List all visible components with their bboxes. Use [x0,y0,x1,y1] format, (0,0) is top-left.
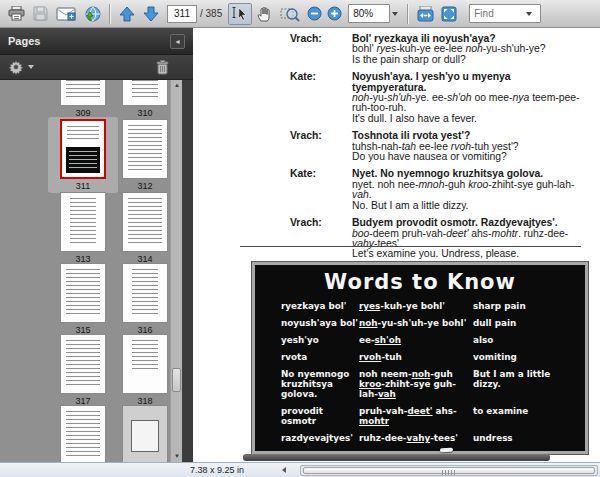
vocab-row: provodit osmotr pruh-vah-deet' ahs-mohtr… [281,406,577,426]
vocab-english: undress [473,433,577,443]
vocab-russian: razdyevajtyes' [281,433,359,443]
fit-page-button[interactable] [437,3,461,25]
page-thumbnail-309[interactable]: 309 [48,80,118,120]
zoom-dropdown-caret-icon[interactable] [392,12,398,16]
horizontal-scrollbar-thumb[interactable] [303,467,595,474]
scrollbar-grip-icon [442,470,456,475]
save-icon [33,6,48,21]
vocab-english: But I am a little dizzy. [473,369,577,399]
status-bar: 7.38 x 9.25 in [0,462,600,477]
vocab-russian: No nyemnogo kruzhitsya golova. [281,369,359,399]
zoom-level-value: 80% [349,8,377,19]
delete-trash-icon[interactable] [156,60,169,75]
page-size-label: 7.38 x 9.25 in [190,465,244,475]
zoom-out-button[interactable] [304,3,324,25]
print-icon [8,6,25,21]
speaker-label: Kate: [290,169,352,211]
translation-line: Let's examine you. Undress, please. [352,249,586,259]
page-thumbnail-313[interactable]: 313 [48,190,118,266]
select-tool-button[interactable] [228,3,252,25]
pronunciation-line: noh-yu-sh'uh-ye. ee-sh'oh oo mee-nya tee… [352,93,586,114]
thumbnail-row: 311 312 [0,117,170,193]
marquee-zoom-icon [280,6,300,22]
vocab-row: noyush'aya bol' noh-yu-sh'uh-ye bohl' du… [281,318,577,328]
hscroll-left-arrow-icon[interactable] [282,467,286,473]
share-globe-icon [83,6,101,22]
vocab-russian: yesh'yo [281,335,359,345]
hand-tool-icon [256,6,272,22]
zoom-in-button[interactable] [324,3,344,25]
toolbar-separator [407,4,408,24]
page-thumbnail-318[interactable]: 318 [110,332,170,408]
vocab-pronunciation: noh neem-noh-guh kroo-zhiht-sye guh-lah-… [359,369,473,399]
horizontal-scrollbar[interactable] [300,465,598,476]
page-total-label: / 385 [200,8,222,19]
translation-line: Is the pain sharp or dull? [352,55,586,65]
email-icon [56,7,76,21]
previous-page-button[interactable] [115,3,139,25]
dialogue-row: Vrach: Toshnota ili rvota yest'? tuhsh-n… [290,131,586,162]
zoom-out-icon [307,6,322,21]
find-box[interactable] [469,4,541,23]
find-dropdown-caret-icon[interactable] [526,12,532,16]
vocab-russian: rvota [281,352,359,362]
options-gear-icon[interactable] [8,59,24,75]
vocab-english: to examine [473,406,577,426]
vocab-russian: provodit osmotr [281,406,359,426]
translation-line: Do you have nausea or vomiting? [352,152,586,162]
vocab-pronunciation: rvoh-tuh [359,352,473,362]
page-up-arrow-icon [119,6,135,22]
vocab-row: rvota rvoh-tuh vomiting [281,352,577,362]
page-thumbnail-317[interactable]: 317 [48,332,118,408]
select-tool-icon [232,6,249,22]
hand-tool-button[interactable] [252,3,276,25]
marquee-zoom-button[interactable] [276,3,304,25]
share-button[interactable] [80,3,104,25]
sidebar-scrollbar-thumb[interactable] [172,368,181,392]
print-button[interactable] [4,3,28,25]
pages-panel: Pages ◂ 309 310 [0,28,193,462]
find-input[interactable] [470,6,522,21]
options-caret-icon[interactable] [28,65,34,69]
vocab-english: vomiting [473,352,577,362]
page-thumbnail-312[interactable]: 312 [110,117,170,193]
fit-width-button[interactable] [413,3,437,25]
speaker-label: Kate: [290,72,352,124]
board-title: Words to Know [255,270,585,294]
panel-collapse-button[interactable]: ◂ [170,34,185,49]
page-thumbnail-316[interactable]: 316 [110,261,170,337]
page-number-input[interactable] [167,5,197,23]
vocab-row: No nyemnogo kruzhitsya golova. noh neem-… [281,369,577,399]
save-button[interactable] [28,3,52,25]
page-thumbnail-319[interactable]: 319 [48,403,118,462]
next-page-button[interactable] [139,3,163,25]
russian-line: Noyush'aya. I yesh'yo u myenya tyempyera… [352,72,586,93]
vocab-pronunciation: noh-yu-sh'uh-ye bohl' [359,318,473,328]
thumbnail-blackboard [66,147,100,173]
toolbar-separator [109,4,110,24]
page-thumbnail-310[interactable]: 310 [110,80,170,120]
zoom-level-select[interactable]: 80% [348,4,390,23]
page-thumbnail-315[interactable]: 315 [48,261,118,337]
thumbnail-row: 319 320 [0,403,170,462]
page-thumbnail-320[interactable]: 320 [110,403,170,462]
translation-line: No. But I am a little dizzy. [352,201,586,211]
speaker-label: Vrach: [290,34,352,65]
sidebar-scrollbar[interactable]: ▲ ▼ [170,80,182,462]
thumbnail-row: 315 316 [0,261,170,337]
thumbnail-row: 317 318 [0,332,170,408]
page-thumbnail-311-selected[interactable]: 311 [48,117,118,193]
toolbar: / 385 80% [0,0,600,28]
section-divider [240,246,581,247]
pronunciation-line: nyet. noh nee-mnoh-guh kroo-zhiht-sye gu… [352,180,586,201]
vocab-english: sharp pain [473,301,577,311]
pdf-viewer-window: / 385 80% [0,0,600,477]
page-down-arrow-icon [143,6,159,22]
vocab-pronunciation: ryes-kuh-ye bohl' [359,301,473,311]
russian-line: Budyem provodit osmotr. Razdyevajtyes'. [352,218,586,228]
email-button[interactable] [52,3,80,25]
panel-edge-divider[interactable] [182,80,193,462]
words-to-know-board: Words to Know ryezkaya bol' ryes-kuh-ye … [252,262,588,454]
chalkboard-tray [243,454,550,461]
page-thumbnail-314[interactable]: 314 [110,190,170,266]
